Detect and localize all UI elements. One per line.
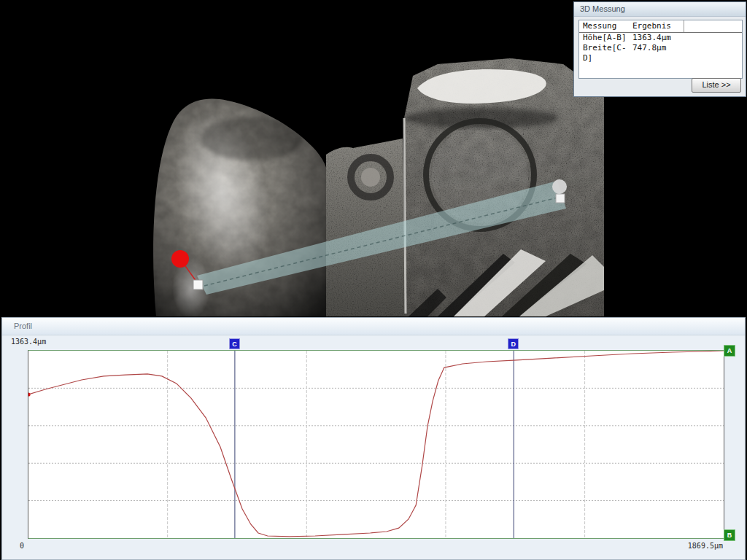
- curve-start-point: [28, 392, 31, 396]
- profile-panel: Profil 1363.4µm C D A B 0 1869.5µm: [1, 317, 746, 560]
- profile-curve-svg: [28, 351, 724, 538]
- measure-handle-end[interactable]: [556, 194, 565, 203]
- measurement-name: Höhe[A-B]: [579, 33, 632, 43]
- measurement-value: 747.8µm: [632, 43, 698, 53]
- cursor-marker-c[interactable]: C: [229, 338, 240, 349]
- measure-endpoint-gray[interactable]: [552, 179, 567, 194]
- app-window: 3D Messung Messung Ergebnis Höhe[A-B] 13…: [0, 0, 747, 560]
- profile-chart[interactable]: 1363.4µm C D A B 0 1869.5µm: [2, 335, 745, 559]
- x-max-label: 1869.5µm: [688, 542, 723, 550]
- measurement-table-header: Messung Ergebnis: [579, 20, 742, 33]
- liste-button[interactable]: Liste >>: [692, 78, 741, 93]
- end-marker-a[interactable]: A: [724, 345, 735, 357]
- measurement-panel: 3D Messung Messung Ergebnis Höhe[A-B] 13…: [573, 1, 746, 97]
- table-row[interactable]: Breite[C-D] 747.8µm: [579, 43, 742, 53]
- measurement-panel-title: 3D Messung: [574, 2, 746, 17]
- y-max-label: 1363.4µm: [11, 338, 46, 346]
- measure-handle-start[interactable]: [193, 280, 203, 289]
- measurement-name: Breite[C-D]: [579, 43, 632, 53]
- x-min-label: 0: [20, 542, 24, 550]
- cursor-marker-d[interactable]: D: [508, 338, 519, 349]
- measurement-value: 1363.4µm: [632, 33, 698, 43]
- end-marker-b[interactable]: B: [724, 529, 735, 541]
- plot-area[interactable]: [28, 350, 724, 539]
- measure-endpoint-red[interactable]: [171, 250, 189, 268]
- column-messung: Messung: [579, 20, 632, 32]
- profile-panel-title: Profil: [2, 318, 745, 335]
- measurement-table: Messung Ergebnis Höhe[A-B] 1363.4µm Brei…: [578, 20, 743, 79]
- table-row[interactable]: Höhe[A-B] 1363.4µm: [579, 33, 742, 43]
- column-ergebnis: Ergebnis: [632, 20, 684, 32]
